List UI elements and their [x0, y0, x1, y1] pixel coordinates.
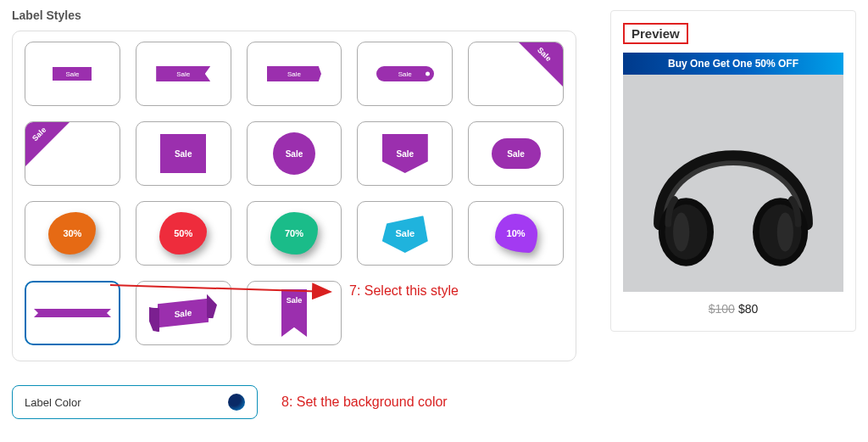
style-option-blob-orange[interactable]: 30%	[25, 201, 120, 266]
sale-label: Sale	[376, 66, 434, 81]
style-option-bar-tag[interactable]: Sale	[357, 42, 453, 106]
product-image	[623, 75, 843, 292]
product-price: $100$80	[623, 302, 843, 316]
sale-label: Sale	[492, 138, 541, 169]
annotation-step-8: 8: Set the background color	[281, 394, 448, 410]
new-price: $80	[738, 302, 758, 316]
sale-label: Sale	[267, 66, 321, 81]
sale-label: Sale	[273, 132, 315, 175]
color-swatch-icon[interactable]	[228, 394, 245, 411]
old-price: $100	[709, 302, 735, 316]
style-option-bar-arrow[interactable]: Sale	[247, 42, 342, 106]
corner-shape: Sale	[518, 42, 564, 87]
style-option-thin-ribbon[interactable]	[25, 281, 120, 345]
style-option-square[interactable]: Sale	[136, 121, 231, 186]
product-card: Buy One Get One 50% OFF	[623, 53, 843, 316]
promo-banner: Buy One Get One 50% OFF	[623, 53, 843, 75]
sale-label: Sale	[382, 134, 428, 173]
ribbon-shape	[34, 309, 111, 317]
style-option-blob-violet[interactable]: 10%	[468, 201, 564, 266]
annotation-arrow-icon	[110, 282, 339, 300]
sale-label: Sale	[158, 299, 209, 327]
sale-label: Sale	[160, 134, 206, 173]
blob-label: 70%	[270, 212, 318, 255]
style-option-corner-right[interactable]: Sale	[468, 42, 564, 106]
style-option-blob-green[interactable]: 70%	[247, 201, 342, 266]
sale-label: Sale	[53, 67, 92, 81]
style-option-pill[interactable]: Sale	[468, 121, 564, 186]
svg-line-0	[110, 285, 331, 292]
preview-title: Preview	[623, 23, 688, 44]
style-option-bar-notch[interactable]: Sale	[136, 42, 231, 106]
corner-shape: Sale	[25, 121, 70, 167]
svg-point-3	[673, 213, 689, 252]
blob-label: 10%	[495, 214, 537, 253]
label-styles-section: Label Styles Sale Sale Sale Sale Sale	[12, 8, 576, 419]
style-option-corner-left[interactable]: Sale	[25, 121, 120, 186]
preview-section: Preview Buy One Get One 50% OFF	[610, 8, 856, 419]
sale-label: Sale	[156, 66, 210, 81]
blob-label: 50%	[159, 212, 207, 255]
style-option-bar-small[interactable]: Sale	[25, 42, 120, 106]
label-color-field[interactable]: Label Color	[12, 385, 258, 419]
blob-label: Sale	[382, 214, 428, 253]
headphones-icon	[636, 86, 831, 281]
annotation-step-7: 7: Select this style	[349, 283, 459, 299]
style-option-blob-cyan[interactable]: Sale	[357, 201, 453, 266]
style-option-blob-red[interactable]: 50%	[136, 201, 231, 266]
label-color-field-label: Label Color	[25, 396, 81, 409]
svg-point-6	[777, 213, 793, 252]
style-option-circle[interactable]: Sale	[247, 121, 342, 186]
label-styles-grid: Sale Sale Sale Sale Sale Sale	[12, 31, 576, 361]
style-option-shield[interactable]: Sale	[357, 121, 453, 186]
blob-label: 30%	[48, 212, 96, 255]
preview-panel: Preview Buy One Get One 50% OFF	[610, 10, 856, 332]
section-title: Label Styles	[12, 8, 576, 22]
